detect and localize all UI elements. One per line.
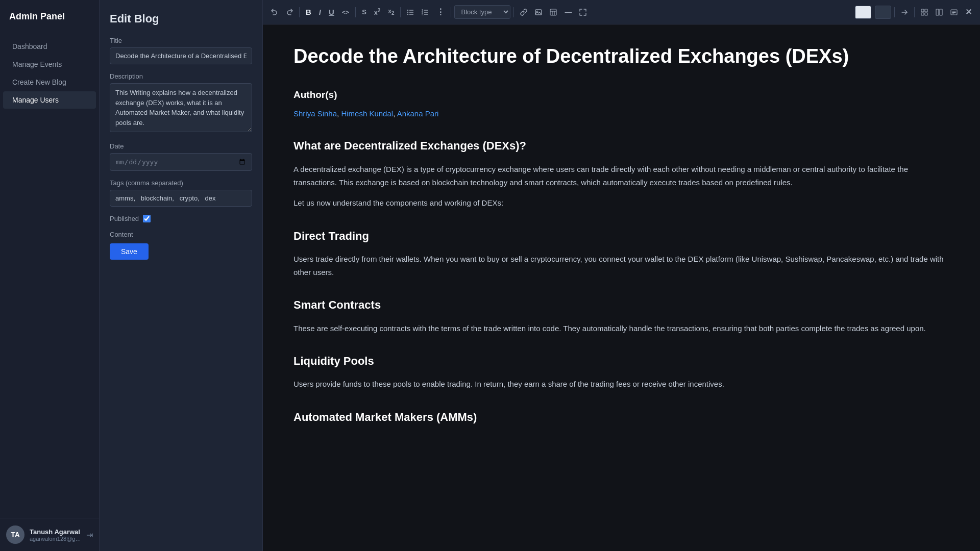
sep1 bbox=[299, 7, 300, 17]
content-label: Content bbox=[110, 231, 252, 238]
svg-rect-12 bbox=[535, 10, 542, 15]
bullet-list-button[interactable] bbox=[404, 7, 417, 18]
sep2 bbox=[355, 7, 356, 17]
text-color-dark-button[interactable] bbox=[875, 6, 891, 19]
description-textarea[interactable] bbox=[110, 83, 252, 132]
table-button[interactable] bbox=[547, 7, 560, 18]
date-input[interactable] bbox=[110, 153, 252, 171]
sep4 bbox=[451, 7, 451, 17]
subscript-button[interactable]: x2 bbox=[385, 6, 397, 18]
more-options-icon: ⋮ bbox=[436, 8, 445, 16]
editor-area: B I U <> S x2 x2 1.2.3. ⋮ Block type Hea… bbox=[263, 0, 980, 551]
ordered-list-button[interactable]: 1.2.3. bbox=[419, 7, 432, 18]
blog-title: Decode the Architecture of Decentralized… bbox=[293, 45, 949, 68]
sep6 bbox=[894, 7, 895, 17]
svg-rect-14 bbox=[550, 9, 556, 15]
link-button[interactable] bbox=[517, 7, 530, 18]
published-label: Published bbox=[110, 215, 139, 222]
editor-toolbar: B I U <> S x2 x2 1.2.3. ⋮ Block type Hea… bbox=[263, 0, 980, 24]
expand-button[interactable] bbox=[898, 7, 911, 18]
user-email: agarwalom128@gmail.com bbox=[30, 536, 81, 542]
svg-rect-20 bbox=[925, 9, 927, 12]
strikethrough-icon: S bbox=[362, 9, 366, 15]
subscript-icon: x2 bbox=[388, 8, 394, 16]
title-input[interactable] bbox=[110, 47, 252, 64]
sidebar: Admin Panel DashboardManage EventsCreate… bbox=[0, 0, 100, 551]
content-group: Content Save bbox=[110, 231, 252, 260]
strikethrough-button[interactable]: S bbox=[359, 7, 370, 17]
sidebar-item-manage-events[interactable]: Manage Events bbox=[3, 56, 96, 73]
description-group: Description bbox=[110, 72, 252, 134]
code-icon: <> bbox=[342, 9, 349, 15]
svg-point-0 bbox=[407, 9, 408, 10]
tags-label: Tags (comma separated) bbox=[110, 179, 252, 187]
bold-icon: B bbox=[306, 8, 311, 16]
svg-rect-22 bbox=[925, 13, 927, 15]
svg-rect-21 bbox=[921, 13, 924, 15]
svg-point-4 bbox=[407, 13, 408, 14]
author-link-1[interactable]: Shriya Sinha bbox=[293, 109, 337, 118]
block-type-select[interactable]: Block type Heading 1 Heading 2 Heading 3… bbox=[454, 5, 510, 19]
section-heading-2: Smart Contracts bbox=[293, 295, 949, 314]
tags-group: Tags (comma separated) bbox=[110, 179, 252, 207]
app-title: Admin Panel bbox=[0, 0, 99, 37]
sep3 bbox=[400, 7, 401, 17]
title-group: Title bbox=[110, 37, 252, 64]
author-link-3[interactable]: Ankana Pari bbox=[397, 109, 439, 118]
svg-rect-23 bbox=[936, 9, 939, 15]
svg-rect-19 bbox=[921, 9, 924, 12]
grid-view-button[interactable] bbox=[918, 7, 931, 18]
divider-icon: — bbox=[565, 9, 572, 16]
italic-icon: I bbox=[319, 8, 321, 16]
form-panel: Edit Blog Title Description Date Tags (c… bbox=[100, 0, 263, 551]
avatar-initials: TA bbox=[11, 531, 20, 539]
nav-list: DashboardManage EventsCreate New BlogMan… bbox=[0, 37, 99, 109]
sidebar-item-create-new-blog[interactable]: Create New Blog bbox=[3, 73, 96, 91]
more-options-button[interactable]: ⋮ bbox=[433, 6, 448, 18]
authors-list: Shriya Sinha, Himesh Kundal, Ankana Pari bbox=[293, 107, 949, 120]
superscript-button[interactable]: x2 bbox=[371, 6, 383, 18]
section-heading-1: Direct Trading bbox=[293, 227, 949, 245]
superscript-icon: x2 bbox=[374, 8, 380, 16]
close-editor-button[interactable]: ✕ bbox=[962, 6, 975, 18]
italic-button[interactable]: I bbox=[316, 6, 324, 18]
form-heading: Edit Blog bbox=[110, 12, 252, 26]
fullscreen-button[interactable] bbox=[576, 7, 590, 18]
section-heading-3: Liquidity Pools bbox=[293, 352, 949, 370]
user-name: Tanush Agarwal bbox=[30, 528, 81, 536]
image-button[interactable] bbox=[532, 7, 545, 18]
underline-button[interactable]: U bbox=[326, 6, 337, 18]
divider-button[interactable]: — bbox=[561, 7, 575, 18]
section-para-2-0: These are self-executing contracts with … bbox=[293, 322, 949, 335]
date-group: Date bbox=[110, 142, 252, 171]
underline-icon: U bbox=[329, 8, 334, 16]
section-para-0-0: A decentralized exchange (DEX) is a type… bbox=[293, 163, 949, 190]
section-heading-0: What are Decentralized Exchanges (DEXs)? bbox=[293, 136, 949, 155]
sidebar-item-dashboard[interactable]: Dashboard bbox=[3, 38, 96, 55]
split-view-button[interactable] bbox=[933, 7, 946, 18]
sep7 bbox=[914, 7, 915, 17]
tags-input[interactable] bbox=[110, 190, 252, 207]
user-info: Tanush Agarwal agarwalom128@gmail.com bbox=[30, 528, 81, 542]
text-color-light-button[interactable] bbox=[855, 6, 871, 19]
published-checkbox[interactable] bbox=[143, 215, 151, 222]
preview-button[interactable] bbox=[947, 7, 961, 18]
logout-icon[interactable]: ⇥ bbox=[86, 530, 93, 540]
user-section: TA Tanush Agarwal agarwalom128@gmail.com… bbox=[0, 518, 99, 551]
section-heading-4: Automated Market Makers (AMMs) bbox=[293, 408, 949, 427]
save-button[interactable]: Save bbox=[110, 243, 149, 260]
svg-point-2 bbox=[407, 11, 408, 12]
sep5 bbox=[513, 7, 514, 17]
svg-text:3.: 3. bbox=[422, 13, 424, 16]
published-row: Published bbox=[110, 215, 252, 222]
section-para-3-0: Users provide funds to these pools to en… bbox=[293, 378, 949, 391]
description-label: Description bbox=[110, 72, 252, 80]
blog-sections: What are Decentralized Exchanges (DEXs)?… bbox=[293, 136, 949, 427]
author-link-2[interactable]: Himesh Kundal bbox=[341, 109, 393, 118]
code-button[interactable]: <> bbox=[339, 7, 352, 17]
redo-button[interactable] bbox=[283, 7, 296, 18]
bold-button[interactable]: B bbox=[303, 6, 314, 18]
undo-button[interactable] bbox=[268, 7, 281, 18]
sidebar-item-manage-users[interactable]: Manage Users bbox=[3, 91, 96, 109]
section-para-1-0: Users trade directly from their wallets.… bbox=[293, 253, 949, 280]
